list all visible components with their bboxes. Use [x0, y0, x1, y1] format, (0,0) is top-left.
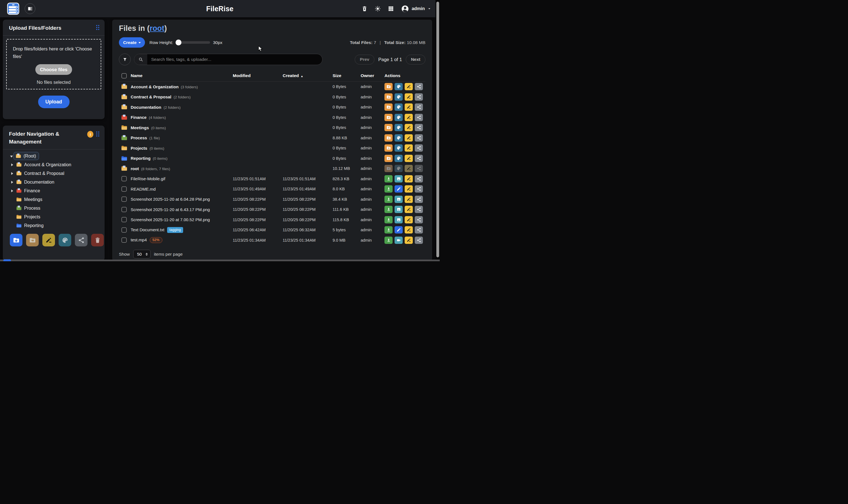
folder-move-action-button[interactable] — [385, 124, 393, 131]
rename-folder-button[interactable] — [42, 234, 55, 246]
folder-row-meetings[interactable]: Meetings(0 items)0 Bytesadmin — [119, 123, 425, 133]
scrollbar-thumb[interactable] — [436, 2, 439, 257]
folder-move-action-button[interactable] — [385, 104, 393, 111]
share-action-button[interactable] — [415, 155, 423, 162]
share-action-button[interactable] — [415, 206, 423, 213]
folder-move-action-button[interactable] — [385, 83, 393, 90]
tree-caret-icon[interactable] — [10, 162, 14, 167]
folder-name[interactable]: Process(1 file) — [131, 136, 233, 140]
share-action-button[interactable] — [415, 175, 423, 182]
tree-item-body[interactable]: Projects — [14, 213, 43, 221]
info-icon[interactable]: i — [87, 131, 93, 138]
file-name[interactable]: Screenshot 2025-11-20 at 6.43.17 PM.png — [131, 207, 233, 212]
rename-action-button[interactable] — [405, 93, 413, 101]
share-action-button[interactable] — [415, 226, 423, 234]
row-checkbox[interactable] — [121, 186, 127, 192]
share-action-button[interactable] — [415, 134, 423, 142]
rename-action-button[interactable] — [405, 185, 413, 193]
drag-handle-icon[interactable] — [96, 131, 100, 137]
rename-action-button[interactable] — [405, 226, 413, 234]
column-header-name[interactable]: Name — [131, 73, 233, 78]
trash-restore-icon[interactable] — [361, 6, 368, 12]
file-name[interactable]: Text Document.txttagging — [131, 227, 233, 233]
download-action-button[interactable] — [385, 196, 393, 203]
user-menu[interactable]: admin — [401, 5, 431, 13]
share-action-button[interactable] — [415, 104, 423, 111]
image-action-button[interactable] — [394, 196, 403, 203]
tree-item-body[interactable]: Documentation — [14, 178, 57, 186]
palette-action-button[interactable] — [394, 104, 403, 111]
tree-item-body[interactable]: Contract & Proposal — [14, 169, 67, 177]
tree-item-body[interactable]: Meetings — [14, 195, 46, 203]
folder-name[interactable]: Finance(4 folders) — [131, 115, 233, 120]
palette-action-button[interactable] — [394, 124, 403, 131]
row-checkbox[interactable] — [121, 176, 127, 181]
file-name[interactable]: Screenshot 2025-11-20 at 7.00.52 PM.png — [131, 217, 233, 222]
share-action-button[interactable] — [415, 124, 423, 131]
video-action-button[interactable] — [394, 237, 403, 244]
image-action-button[interactable] — [394, 175, 403, 182]
rename-action-button[interactable] — [405, 155, 413, 162]
folder-name[interactable]: Documentation(2 folders) — [131, 105, 233, 110]
file-row-screenshot-2025-11-20-at-7-00-52-pm-png[interactable]: Screenshot 2025-11-20 at 7.00.52 PM.png1… — [119, 215, 425, 225]
file-dropzone[interactable]: Drop files/folders here or click 'Choose… — [6, 39, 101, 89]
tree-item--root-[interactable]: (Root) — [6, 152, 102, 160]
download-action-button[interactable] — [385, 237, 393, 244]
row-checkbox[interactable] — [121, 237, 127, 243]
rename-action-button[interactable] — [405, 237, 413, 244]
tree-item-contract-proposal[interactable]: Contract & Proposal — [6, 169, 102, 178]
edit-action-button[interactable] — [394, 226, 403, 234]
folder-name[interactable]: Projects(0 items) — [131, 146, 233, 150]
rename-action-button[interactable] — [405, 206, 413, 213]
tree-caret-icon[interactable] — [10, 171, 14, 176]
tree-item-process[interactable]: Process — [6, 204, 102, 213]
rename-action-button[interactable] — [405, 104, 413, 111]
folder-name[interactable]: root(8 folders, 7 files) — [131, 166, 233, 171]
folder-row-finance[interactable]: Finance(4 folders)0 Bytesadmin — [119, 112, 425, 123]
row-checkbox[interactable] — [121, 217, 127, 222]
download-action-button[interactable] — [385, 216, 393, 223]
share-action-button[interactable] — [415, 216, 423, 223]
tree-item-reporting[interactable]: Reporting — [6, 221, 102, 230]
theme-toggle-sun-icon[interactable] — [375, 6, 381, 12]
tree-item-finance[interactable]: Finance — [6, 186, 102, 195]
share-action-button[interactable] — [415, 237, 423, 244]
file-name[interactable]: Screenshot 2025-11-20 at 6.04.28 PM.png — [131, 197, 233, 201]
download-action-button[interactable] — [385, 206, 393, 213]
palette-action-button[interactable] — [394, 93, 403, 101]
column-header-modified[interactable]: Modified — [233, 73, 283, 78]
column-header-actions[interactable]: Actions — [385, 73, 425, 78]
folder-move-action-button[interactable] — [385, 114, 393, 121]
tree-caret-icon[interactable] — [10, 180, 14, 185]
palette-action-button[interactable] — [394, 83, 403, 90]
tree-item-projects[interactable]: Projects — [6, 213, 102, 221]
row-checkbox[interactable] — [121, 227, 127, 233]
palette-action-button[interactable] — [394, 165, 403, 172]
file-row-screenshot-2025-11-20-at-6-43-17-pm-png[interactable]: Screenshot 2025-11-20 at 6.43.17 PM.png1… — [119, 204, 425, 215]
tree-caret-icon[interactable] — [10, 154, 14, 159]
slider-thumb[interactable] — [176, 39, 181, 46]
rename-action-button[interactable] — [405, 175, 413, 182]
rename-action-button[interactable] — [405, 83, 413, 90]
column-header-created[interactable]: Created▲ — [283, 73, 333, 78]
create-button[interactable]: Create — [119, 37, 145, 48]
prev-page-button[interactable]: Prev — [355, 55, 374, 65]
rename-action-button[interactable] — [405, 144, 413, 152]
file-row-screenshot-2025-11-20-at-6-04-28-pm-png[interactable]: Screenshot 2025-11-20 at 6.04.28 PM.png1… — [119, 194, 425, 205]
share-action-button[interactable] — [415, 165, 423, 172]
download-action-button[interactable] — [385, 175, 393, 182]
upload-button[interactable]: Upload — [38, 95, 70, 108]
folder-row-projects[interactable]: Projects(0 items)0 Bytesadmin — [119, 143, 425, 153]
delete-folder-button[interactable] — [91, 234, 104, 246]
edit-action-button[interactable] — [394, 185, 403, 193]
share-action-button[interactable] — [415, 93, 423, 101]
folder-move-action-button[interactable] — [385, 144, 393, 152]
folder-row-contract-proposal[interactable]: Contract & Proposal(2 folders)0 Bytesadm… — [119, 92, 425, 102]
rename-action-button[interactable] — [405, 134, 413, 142]
rename-action-button[interactable] — [405, 124, 413, 131]
file-name[interactable]: FileRise-Mobile.gif — [131, 176, 233, 181]
folder-name[interactable]: Reporting(0 items) — [131, 156, 233, 161]
palette-action-button[interactable] — [394, 114, 403, 121]
image-action-button[interactable] — [394, 206, 403, 213]
tree-item-body[interactable]: Reporting — [14, 221, 47, 230]
